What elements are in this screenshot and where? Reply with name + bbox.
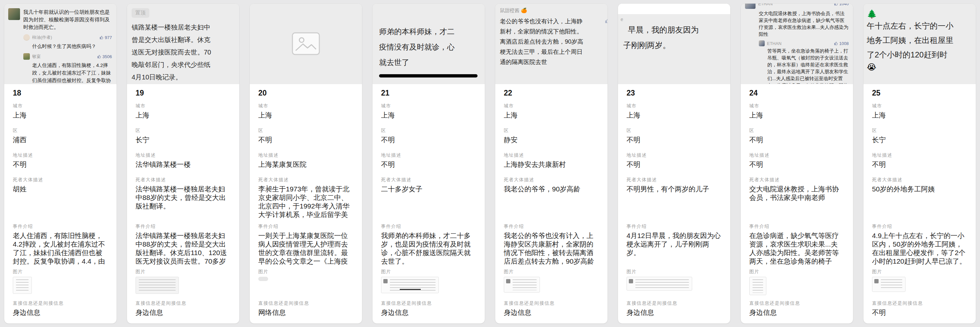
- field-label-address: 地址描述: [872, 152, 967, 158]
- like-count-badge: 1040: [834, 3, 849, 6]
- field-label-deceased: 死者大体描述: [135, 177, 231, 182]
- cover-screenshot: 置顶 镇路某楼一楼独居老夫妇中 曾是交大出版社翻译。休克 送医无对接医院而去世。…: [127, 3, 239, 84]
- record-number: 23: [627, 89, 722, 99]
- post-text: 我几十年前就认识的一位胡姓朋友也是因为封控、核酸检测等原因没有得到及时救治而死亡…: [23, 8, 112, 31]
- field-label-image: 图片: [872, 269, 967, 274]
- field-value-address: 不明: [381, 160, 476, 169]
- orange-emoji: 🍊: [521, 8, 527, 13]
- field-value-event: 4月12日早晨，我的朋友因为心梗永远离开了，儿子刚刚两岁。: [627, 231, 722, 266]
- field-label-city: 城市: [749, 103, 845, 108]
- field-label-city: 城市: [872, 103, 967, 108]
- field-value-district: 不明: [258, 136, 353, 144]
- field-value-event: 我老公的爷爷也没有计入，上海静安区共康新村，全家阴的情况下他阳性，被转去隔离酒店…: [504, 231, 599, 266]
- image-attachment-thumbnail[interactable]: [872, 277, 905, 292]
- field-value-city: 上海: [504, 111, 599, 120]
- field-value-event: 我师弟的本科师妹，才二十多岁，也是因为疫情没有及时就诊，心脏不舒服送医院隔天就去…: [381, 231, 476, 266]
- avatar: [23, 53, 30, 60]
- like-count: 977: [105, 35, 112, 40]
- like-count: 3506: [102, 54, 112, 59]
- field-value-address: 不明: [13, 160, 108, 169]
- poster-name-partial: e: [620, 17, 730, 22]
- field-label-image: 图片: [258, 269, 353, 274]
- image-attachment-thumbnail[interactable]: [381, 277, 439, 293]
- avatar: [506, 279, 510, 283]
- post-text-line: 离酒店后差点转去方舱，90岁高: [500, 37, 604, 47]
- image-attachment-thumbnail[interactable]: [258, 277, 268, 281]
- record-card-24[interactable]: ETHAN 1040 交大电院退休教授，上海书协会员，书法家吴中南老师在急诊病逝…: [740, 3, 853, 324]
- field-value-deceased: 我老公的爷爷，90岁高龄: [504, 185, 599, 219]
- field-label-event: 事件介绍: [381, 223, 476, 229]
- redaction-bar: [379, 74, 477, 78]
- tree-emoji: 🌲: [867, 9, 976, 19]
- record-card-25[interactable]: 🌲 午十点左右，长宁的一小 地务工阿姨，在出租屋里 了2个小时的120赶到时 😭…: [863, 3, 976, 324]
- field-label-event: 事件介绍: [504, 223, 599, 229]
- field-label-direct: 直接信息还是间接信息: [872, 300, 967, 306]
- post-text-line: 通的隔离医院去世: [500, 57, 604, 67]
- post-text: 交大电院退休教授，上海书协会员，书法家吴中南老师在急诊病逝，缺少氧气等医疗资源，…: [759, 10, 849, 38]
- gallery-board: 我几十年前就认识的一位胡姓朋友也是因为封控、核酸检测等原因没有得到及时救治而死亡…: [0, 0, 980, 327]
- field-value-direct: 身边信息: [627, 308, 722, 317]
- field-value-address: 上海某康复医院: [258, 160, 353, 169]
- field-label-event: 事件介绍: [872, 223, 967, 229]
- field-value-city: 上海: [627, 111, 722, 120]
- cover-screenshot: 我几十年前就认识的一位胡姓朋友也是因为封控、核酸检测等原因没有得到及时救治而死亡…: [4, 3, 116, 84]
- card-fields: 18 城市上海 区浦西 地址描述不明 死者大体描述胡姓 事件介绍老人住浦西，有陈…: [4, 84, 116, 324]
- field-label-event: 事件介绍: [258, 223, 353, 229]
- record-card-23[interactable]: e 早晨，我的朋友因为 子刚刚两岁。 23 城市上海 区不明 地址描述不明 死者…: [618, 3, 730, 324]
- field-label-deceased: 死者大体描述: [504, 177, 599, 182]
- image-attachment-thumbnail[interactable]: [13, 277, 32, 294]
- field-value-direct: 不明: [872, 308, 967, 317]
- field-value-city: 上海: [381, 111, 476, 120]
- cover-screenshot: ETHAN 1040 交大电院退休教授，上海书协会员，书法家吴中南老师在急诊病逝…: [741, 3, 853, 84]
- image-attachment-thumbnail[interactable]: [135, 277, 179, 294]
- field-value-address: 法华镇路某楼一楼: [135, 160, 231, 169]
- field-label-address: 地址描述: [627, 152, 722, 158]
- field-label-image: 图片: [13, 269, 108, 274]
- field-label-image: 图片: [749, 269, 845, 274]
- like-count-badge: 1008: [834, 41, 849, 46]
- record-number: 24: [749, 89, 845, 99]
- cover-screenshot: 鼠甜橙酱 🍊 老公的爷爷也没有计入，上海静 新村，全家阴的情况下他阳性。 离酒店…: [495, 3, 608, 84]
- field-value-city: 上海: [135, 111, 231, 120]
- image-attachment-thumbnail[interactable]: [749, 277, 766, 295]
- field-label-image: 图片: [627, 269, 722, 274]
- field-label-district: 区: [627, 128, 722, 133]
- field-label-direct: 直接信息还是间接信息: [504, 300, 599, 306]
- field-value-direct: 身边信息: [381, 308, 476, 317]
- field-value-district: 不明: [381, 136, 476, 144]
- record-card-22[interactable]: 鼠甜橙酱 🍊 老公的爷爷也没有计入，上海静 新村，全家阴的情况下他阳性。 离酒店…: [495, 3, 608, 324]
- field-value-event: 法华镇路某楼一楼独居老夫妇中88岁的丈夫，曾经是交大出版社翻译。休克后110、1…: [135, 231, 231, 266]
- post-text-line: 就去世了: [379, 55, 485, 70]
- field-value-deceased: 胡姓: [13, 185, 108, 219]
- record-number: 21: [381, 89, 476, 99]
- avatar: [745, 3, 756, 9]
- field-label-district: 区: [504, 128, 599, 133]
- card-fields: 22 城市上海 区静安 地址描述上海静安去共康新村 死者大体描述我老公的爷爷，9…: [495, 84, 608, 324]
- field-value-deceased: 二十多岁女子: [381, 185, 476, 219]
- broken-image-placeholder-icon: [292, 32, 320, 55]
- field-value-district: 长宁: [135, 136, 231, 144]
- post-text-line: 早晨，我的朋友因为: [628, 22, 730, 37]
- field-value-address: 不明: [872, 160, 967, 169]
- field-value-deceased: 50岁的外地务工阿姨: [872, 185, 967, 219]
- field-value-direct: 身边信息: [749, 308, 845, 317]
- record-card-20[interactable]: 20 城市上海 区不明 地址描述上海某康复医院 死者大体描述李昶生于1973年，…: [250, 3, 362, 324]
- cover-screenshot: 🌲 午十点左右，长宁的一小 地务工阿姨，在出租屋里 了2个小时的120赶到时 😭: [864, 3, 976, 84]
- field-value-event: 4.9上午十点左右，长宁的一小区内，50岁的外地务工阿姨，在出租屋里心梗发作，等…: [872, 231, 967, 266]
- field-value-event: 在急诊病逝，缺少氧气等医疗资源，哀求医生求职未果...夫人亦感染为阳性。吴老师苦…: [749, 231, 845, 266]
- image-attachment-thumbnail[interactable]: [627, 277, 692, 290]
- avatar: [23, 34, 30, 41]
- avatar: [629, 279, 633, 283]
- field-value-deceased: 交大电院退休教授，上海书协会员，书法家吴中南老师: [749, 185, 845, 219]
- crying-emoji: 😭: [867, 62, 976, 72]
- field-value-district: 静安: [504, 136, 599, 144]
- card-fields: 21 城市上海 区不明 地址描述不明 死者大体描述二十多岁女子 事件介绍我师弟的…: [372, 84, 485, 324]
- record-number: 19: [135, 89, 231, 99]
- image-attachment-thumbnail[interactable]: [504, 277, 540, 292]
- post-text-line: 了2个小时的120赶到时: [867, 48, 976, 62]
- field-value-city: 上海: [872, 111, 967, 120]
- record-card-18[interactable]: 我几十年前就认识的一位胡姓朋友也是因为封控、核酸检测等原因没有得到及时救治而死亡…: [4, 3, 117, 324]
- record-card-19[interactable]: 置顶 镇路某楼一楼独居老夫妇中 曾是交大出版社翻译。休克 送医无对接医院而去世。…: [127, 3, 240, 324]
- record-card-21[interactable]: 师弟的本科师妹，才二 疫情没有及时就诊，心 就去世了 21 城市上海 区不明 地…: [372, 3, 485, 324]
- post-text-line: 地务工阿姨，在出租屋里: [867, 33, 976, 48]
